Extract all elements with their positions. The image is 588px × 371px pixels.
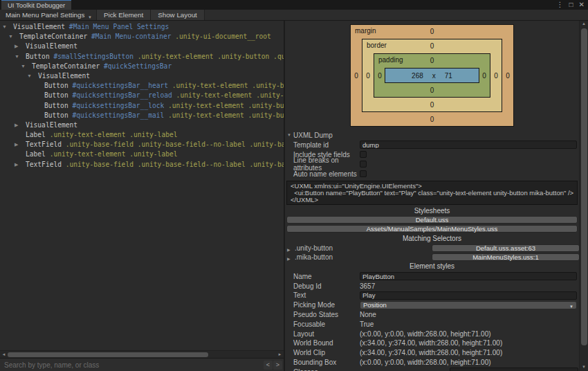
checkbox[interactable]	[360, 161, 367, 168]
horizontal-scroll-thumb[interactable]	[8, 352, 208, 357]
window-tab[interactable]: UI Toolkit Debugger	[1, 0, 71, 10]
selector-source-button[interactable]: MainMenuStyles.uss:1	[432, 253, 579, 261]
stylesheet-button[interactable]: Default.uss	[286, 216, 578, 224]
style-row: World Clip(x:34.00, y:374.00, width:268.…	[285, 348, 579, 358]
foldout-open-icon[interactable]: ▼	[287, 133, 291, 137]
tree-item-type: VisualElement	[38, 72, 90, 80]
ui-toolkit-debugger-window: UI Toolkit Debugger ⋮ □ ✕ Main Menu Pane…	[0, 0, 588, 371]
box-model-content: 268 x 71	[385, 68, 479, 83]
pick-element-button[interactable]: Pick Element	[97, 10, 151, 20]
window-menu-icon[interactable]: ⋮	[557, 0, 564, 10]
tree-row[interactable]: Label .unity-text-element .unity-label	[0, 150, 284, 159]
tree-row[interactable]: ▶VisualElement	[0, 120, 284, 130]
tree-item-name: #quickSettingsBar	[100, 62, 172, 70]
foldout-open-icon[interactable]: ▼	[8, 32, 13, 42]
scroll-right-icon[interactable]: ►	[277, 352, 283, 358]
tree-item-name: #quicksettingsBar__heart	[68, 82, 168, 89]
tree-row[interactable]: Button #quicksettingsBar__reload .unity-…	[0, 91, 284, 100]
tree-item-type: TextField	[26, 161, 62, 168]
tree-row[interactable]: ▼VisualElement #Main Menu Panel Settings	[0, 22, 284, 32]
vertical-scroll-thumb[interactable]	[581, 28, 587, 345]
foldout-closed-icon[interactable]: ▶	[15, 120, 18, 130]
foldout-closed-icon[interactable]: ▶	[15, 140, 18, 150]
tree-row[interactable]: ▼VisualElement	[0, 71, 284, 81]
content-width-value: 268	[412, 72, 423, 80]
close-icon[interactable]: ✕	[579, 0, 585, 10]
style-row: FocusableTrue	[285, 319, 579, 329]
style-label: Pseudo States	[293, 311, 360, 318]
uxml-code-line: </UXML>	[291, 197, 573, 203]
box-model-border: border 0 0 0 0 padding 0 0 0 0	[362, 39, 502, 112]
tree-row[interactable]: ▶TextField .unity-base-field .unity-base…	[0, 140, 284, 150]
foldout-closed-icon[interactable]: ▶	[15, 42, 18, 51]
tree-item-name: #Main Menu-container	[87, 33, 171, 40]
scroll-left-icon[interactable]: ◄	[1, 352, 7, 358]
foldout-open-icon[interactable]: ▼	[2, 22, 7, 32]
scroll-up-icon[interactable]: ▲	[580, 21, 588, 26]
panel-picker-dropdown[interactable]: Main Menu Panel Settings ▼	[0, 10, 97, 20]
tree-item-classes: .unity-text-element .unity-button .quick…	[134, 53, 284, 60]
classes-field[interactable]	[450, 368, 578, 371]
tree-row[interactable]: ▶TextField .unity-base-field .unity-base…	[0, 160, 284, 170]
checkbox[interactable]	[360, 151, 367, 158]
stylesheet-list: Default.ussAssets/ManualSamples/MainMenu…	[285, 216, 579, 233]
tree-row[interactable]: Button #quicksettingsBar__lock .unity-te…	[0, 101, 284, 111]
tree-item-classes: .unity-base-field .unity-base-field--no-…	[62, 141, 284, 148]
tree-row[interactable]: ▼TemplateContainer #quickSettingsBar	[0, 62, 284, 71]
tree-item-name: #quicksettingsBar__reload	[68, 91, 172, 99]
style-row: Name	[285, 271, 579, 281]
style-label: Name	[293, 273, 360, 280]
selector-source-button[interactable]: Default.uss.asset:63	[432, 244, 579, 252]
style-label: Layout	[293, 330, 360, 338]
foldout-open-icon[interactable]: ▼	[21, 62, 26, 71]
content-height-value: 71	[445, 72, 452, 80]
tree-row[interactable]: ▼Button #smallSettingsButton .unity-text…	[0, 52, 284, 62]
padding-top-value: 0	[374, 57, 490, 64]
tree-row[interactable]: Button #quicksettingsBar__mail .unity-te…	[0, 111, 284, 120]
tree-item-type: Label	[26, 131, 46, 138]
template-id-label: Template id	[293, 141, 360, 149]
search-next-button[interactable]: >	[273, 361, 282, 370]
style-value-field[interactable]	[360, 272, 577, 280]
style-row: Picking ModePosition▼	[285, 300, 579, 310]
template-id-field[interactable]	[360, 141, 577, 149]
uxml-code-block[interactable]: <UXML xmlns:ui="UnityEngine.UIElements">…	[286, 181, 578, 205]
vertical-scrollbar[interactable]: ▲ ▼	[579, 21, 588, 371]
horizontal-scrollbar[interactable]: ◄ ►	[0, 350, 284, 358]
checkbox[interactable]	[360, 170, 367, 177]
style-value-field[interactable]	[360, 291, 577, 300]
foldout-closed-icon[interactable]: ▶	[15, 160, 18, 170]
foldout-open-icon[interactable]: ▼	[15, 52, 19, 62]
picking-mode-dropdown[interactable]: Position▼	[360, 301, 577, 309]
search-prev-button[interactable]: <	[264, 361, 273, 370]
stylesheets-header: Stylesheets	[285, 206, 579, 216]
search-bar: < >	[0, 358, 284, 371]
stylesheet-button[interactable]: Assets/ManualSamples/MainMenuStyles.uss	[286, 225, 578, 233]
scroll-down-icon[interactable]: ▼	[580, 365, 588, 369]
search-input[interactable]	[4, 359, 253, 370]
style-row: Classes	[285, 367, 579, 371]
show-layout-button[interactable]: Show Layout	[151, 10, 205, 20]
tree-item-classes: .unity-text-element .unity-button	[168, 82, 284, 89]
tree-row[interactable]: ▼TemplateContainer #Main Menu-container …	[0, 32, 284, 42]
debugger-toolbar: Main Menu Panel Settings ▼ Pick Element …	[0, 10, 588, 21]
style-row: Bounding Box(x:0.00, y:0.00, width:268.0…	[285, 358, 579, 368]
maximize-icon[interactable]: □	[569, 0, 573, 10]
style-value-text: (x:0.00, y:0.00, width:268.00, height:71…	[360, 330, 491, 338]
content-x-separator: x	[432, 72, 436, 80]
tree-item-type: Button	[44, 102, 68, 109]
tree-row[interactable]: Button #quicksettingsBar__heart .unity-t…	[0, 81, 284, 91]
foldout-open-icon[interactable]: ▼	[27, 71, 32, 81]
tree-row[interactable]: ▶VisualElement	[0, 42, 284, 51]
tree-item-type: Button	[44, 82, 68, 89]
foldout-closed-icon[interactable]: ▶	[287, 255, 291, 264]
tree-item-type: TextField	[26, 141, 62, 148]
hierarchy-panel: ▼VisualElement #Main Menu Panel Settings…	[0, 21, 284, 371]
tree-row[interactable]: Label .unity-text-element .unity-label	[0, 130, 284, 140]
panel-picker-label: Main Menu Panel Settings	[6, 11, 84, 19]
uxml-dump-foldout[interactable]: ▼ UXML Dump	[285, 130, 579, 140]
element-tree: ▼VisualElement #Main Menu Panel Settings…	[0, 21, 284, 350]
selector-name: .unity-button	[295, 244, 333, 252]
style-label: Debug Id	[293, 282, 360, 290]
style-value-text: (x:34.00, y:374.00, width:268.00, height…	[360, 349, 502, 356]
